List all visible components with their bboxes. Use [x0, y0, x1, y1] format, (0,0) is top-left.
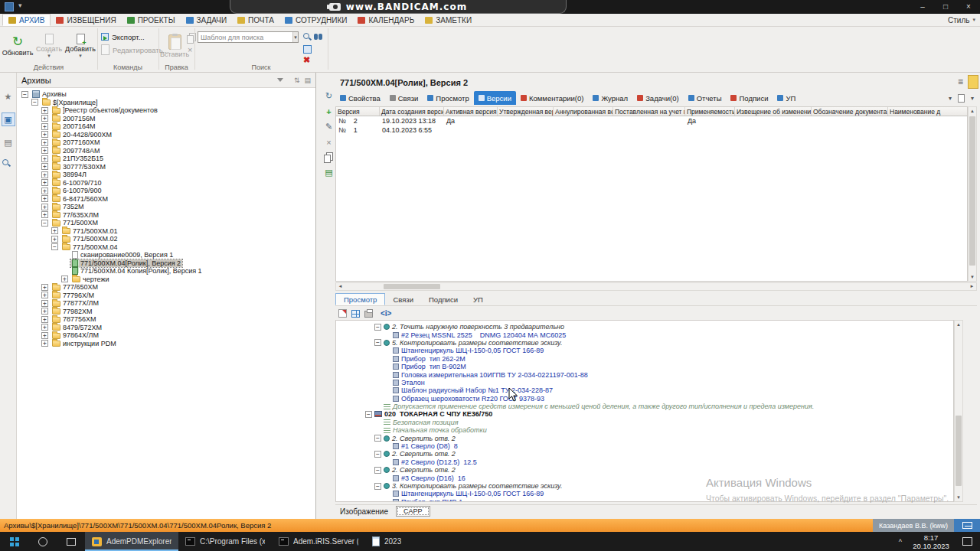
quick-access-chevron-icon[interactable]: ▾ [18, 2, 22, 9]
tree-expander[interactable]: + [41, 179, 48, 186]
search-icon[interactable] [2, 158, 15, 172]
capp-item[interactable]: −2. Сверлить отв. 2 [336, 466, 953, 474]
menu-tab-calendar[interactable]: КАЛЕНДАРЬ [352, 14, 420, 26]
sort-icon[interactable]: ⇅ [294, 77, 300, 84]
tree-item[interactable]: −771/500ХМ.04 [17, 243, 315, 252]
tree-expander[interactable]: − [21, 91, 28, 98]
add-icon[interactable]: + [324, 106, 334, 116]
column-header[interactable]: Активная версия [444, 107, 498, 116]
tree-item[interactable]: +чертежи [17, 276, 315, 284]
column-header[interactable]: Обозначение документа (ТП) [812, 107, 888, 116]
capp-item[interactable]: −3. Контролировать размеры соответствие … [336, 482, 953, 490]
tree-expander[interactable]: + [41, 211, 48, 218]
chevron-down-icon[interactable]: ▾ [949, 95, 952, 102]
tree-item[interactable]: +6-8471/560ХМ [17, 195, 315, 204]
favorites-icon[interactable]: ★ [2, 90, 15, 103]
scrollbar-thumb[interactable] [969, 116, 975, 266]
capp-item[interactable]: #2 Сверло (D12.5) 12.5 [336, 458, 953, 466]
search-icon[interactable] [302, 32, 312, 41]
tree-item[interactable]: +77796Х/М [17, 292, 315, 300]
close-button[interactable]: × [957, 0, 980, 14]
tree-item[interactable]: +787756ХМ [17, 315, 315, 324]
tree-item[interactable]: −$[Хранилище] [17, 99, 315, 107]
delete-icon[interactable]: × [324, 137, 334, 147]
italic-tag-button[interactable]: <i> [381, 309, 391, 318]
capp-item[interactable]: Начальная точка обработки [336, 426, 953, 434]
capp-item[interactable]: −2. Сверлить отв. 2 [336, 434, 953, 442]
tree-expander[interactable]: + [41, 300, 48, 307]
create-button[interactable]: Создать ▾ [34, 28, 64, 64]
tab-tasks[interactable]: Задачи(0) [632, 91, 684, 105]
tree-item[interactable]: +2007156М [17, 115, 315, 123]
capp-item[interactable]: Прибор тип 262-2М [336, 355, 953, 363]
capp-expander[interactable]: − [374, 451, 381, 458]
tree-item[interactable]: +2077160ХМ [17, 139, 315, 147]
column-header[interactable]: Версия [336, 107, 380, 116]
search-button[interactable] [28, 532, 57, 551]
capp-item[interactable]: Штангенциркуль ШЦ-I-150-0,05 ГОСТ 166-89 [336, 490, 953, 497]
minimize-button[interactable]: – [911, 0, 934, 14]
tree-expander[interactable]: + [41, 332, 48, 339]
taskbar-app-year-2023[interactable]: 2023 [365, 532, 459, 551]
report-icon[interactable] [338, 309, 347, 318]
documents-icon[interactable]: ▤ [2, 135, 15, 149]
scroll-down-icon[interactable]: ▼ [969, 273, 976, 281]
taskbar-app-adem-pdm-explorer[interactable]: AdemPDMExplorer [85, 532, 178, 551]
tree-item[interactable]: +7352М [17, 203, 315, 211]
scrollbar-thumb[interactable] [956, 416, 962, 486]
preview-tab-signatures[interactable]: Подписи [421, 293, 466, 305]
scrollbar-thumb[interactable] [384, 284, 440, 289]
tab-signatures[interactable]: Подписи [726, 91, 773, 105]
delete-icon[interactable]: × [188, 45, 192, 54]
tree-expander[interactable]: + [41, 155, 48, 162]
tree-item[interactable]: +30777/530ХМ [17, 163, 315, 171]
tree-item[interactable]: +97864Х/ЛМ [17, 331, 315, 340]
tree-item[interactable]: +771/500ХМ.01 [17, 227, 315, 236]
tree-item[interactable]: +6-10079/710 [17, 179, 315, 187]
capp-vertical-scrollbar[interactable]: ▲ ▼ [954, 320, 963, 502]
preview-tab-preview[interactable]: Просмотр [335, 293, 385, 305]
capp-expander[interactable]: − [374, 435, 381, 442]
tree-expander[interactable]: + [41, 139, 48, 146]
archives-icon[interactable]: ▣ [2, 112, 15, 126]
column-header[interactable]: Применяемость [685, 107, 735, 116]
capp-item[interactable]: −5. Контролировать размеры соответствие … [336, 339, 953, 347]
search-input[interactable] [198, 32, 292, 42]
tree-item[interactable]: +77982ХМ [17, 308, 315, 316]
capp-item[interactable]: Образец шероховатости Rz20 ГОСТ 9378-93 [336, 395, 953, 403]
combo-dropdown-icon[interactable]: ▾ [292, 32, 298, 42]
table-row[interactable]: №219.10.2023 13:18ДаДа [336, 116, 967, 126]
tree-expander[interactable]: + [41, 115, 48, 122]
refresh-icon[interactable]: ↻ [324, 91, 334, 101]
tab-preview[interactable]: Просмотр [423, 91, 473, 105]
tree-expander[interactable]: + [41, 195, 48, 202]
preview-tab-up[interactable]: УП [466, 293, 491, 305]
scroll-up-icon[interactable]: ▲ [955, 321, 962, 328]
tab-links[interactable]: Связи [385, 91, 423, 105]
add-button[interactable]: Добавить ▾ [65, 28, 96, 64]
capp-item[interactable]: −2. Точить наружную поверхность 3 предва… [336, 323, 953, 331]
preview-tab-links[interactable]: Связи [385, 293, 421, 305]
column-header[interactable]: Извещение об изменении [735, 107, 812, 116]
column-header[interactable]: Дата создания версии [380, 107, 444, 116]
tree-expander[interactable]: + [41, 284, 48, 291]
tree-expander[interactable]: + [41, 107, 48, 114]
tree-expander[interactable]: + [41, 292, 48, 298]
tab-properties[interactable]: Свойства [335, 91, 385, 105]
table-row[interactable]: №104.10.2023 6:55 [336, 126, 967, 135]
tree-expander[interactable]: + [41, 123, 48, 130]
tree-item[interactable]: +]Реестр объектов/документов [17, 106, 315, 115]
tree-item[interactable]: +77/635ХЛМ [17, 211, 315, 220]
task-view-button[interactable] [57, 532, 85, 551]
taskbar-app-program-files[interactable]: C:\Program Files (x... [178, 532, 272, 551]
action-center-button[interactable] [954, 537, 980, 546]
capp-item[interactable]: −2. Сверлить отв. 2 [336, 450, 953, 458]
tab-reports[interactable]: Отчеты [684, 91, 727, 105]
tree-item[interactable]: +777/650ХМ [17, 283, 315, 292]
menu-tab-tasks[interactable]: ЗАДАЧИ [181, 14, 233, 26]
tree-item[interactable]: +6-10079/900 [17, 187, 315, 195]
taskbar-clock[interactable]: 8:17 20.10.2023 [908, 533, 954, 550]
capp-item[interactable]: Шаблон радиусный Набор №1 ТУ 2-034-228-8… [336, 386, 953, 394]
tree-expander[interactable]: + [41, 324, 48, 331]
tab-up[interactable]: УП [773, 91, 800, 105]
